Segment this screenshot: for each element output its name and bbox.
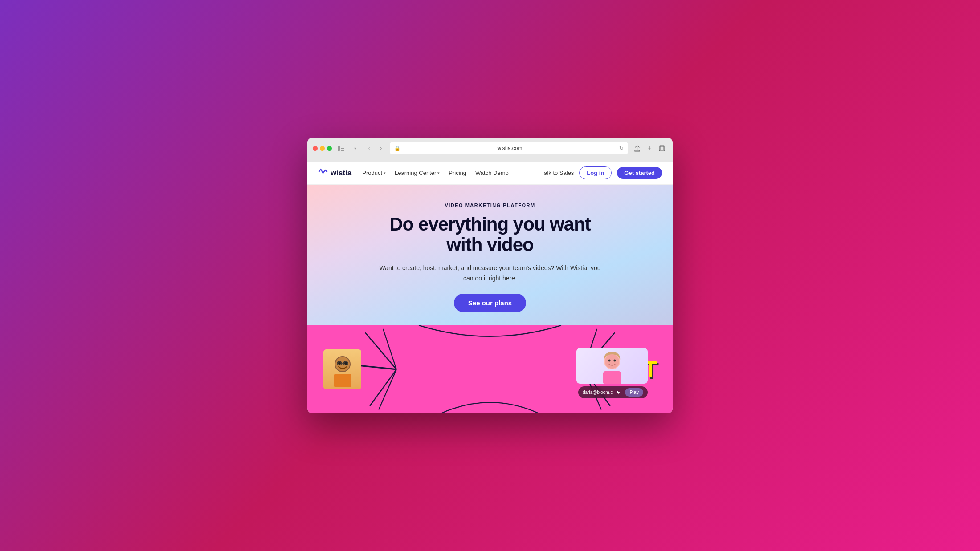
svg-point-19 [344,362,347,365]
svg-rect-28 [603,371,621,384]
get-started-button[interactable]: Get started [617,167,662,179]
chevron-down-icon[interactable]: ▾ [350,143,360,154]
logo[interactable]: wistia [318,168,351,178]
nav-product[interactable]: Product ▾ [362,170,386,176]
address-bar[interactable]: 🔒 wistia.com ↻ [390,142,628,154]
hero-subtitle: Want to create, host, market, and measur… [374,263,606,283]
logo-icon [318,168,328,178]
nav-right: Talk to Sales Log in Get started [541,166,662,179]
forward-arrow-icon[interactable]: › [376,143,386,154]
back-arrow-icon[interactable]: ‹ [364,143,375,154]
nav-watch-demo[interactable]: Watch Demo [475,170,509,176]
player-email: daria@bloom.c [583,390,612,395]
player-person-avatar [594,348,630,384]
login-button[interactable]: Log in [579,166,612,179]
nav-links: Product ▾ Learning Center ▾ Pricing Watc… [362,170,508,176]
hero-section: VIDEO MARKETING PLATFORM Do everything y… [307,185,673,325]
hero-title-line1: Do everything you want [389,214,591,235]
talk-to-sales-link[interactable]: Talk to Sales [541,170,574,176]
nav-pricing[interactable]: Pricing [449,170,466,176]
svg-rect-2 [341,148,344,149]
browser-window: ▾ ‹ › 🔒 wistia.com ↻ + [307,138,673,413]
new-tab-icon[interactable]: + [644,143,655,154]
nav-left: wistia Product ▾ Learning Center ▾ Prici… [318,168,509,178]
player-overlay: daria@bloom.c Play [576,348,648,398]
chevron-down-icon: ▾ [437,171,440,175]
minimize-button[interactable] [320,146,325,151]
chevron-down-icon: ▾ [384,171,386,175]
hero-title: Do everything you want with video [318,214,662,255]
see-plans-button[interactable]: See our plans [454,294,526,312]
svg-point-26 [608,360,611,362]
svg-rect-5 [660,146,664,150]
player-bar: daria@bloom.c Play [578,386,648,398]
player-card-inner [576,348,648,384]
video-section: DO IT [307,325,673,413]
lock-icon: 🔒 [394,146,400,151]
traffic-lights [313,146,332,151]
share-icon[interactable] [632,143,642,154]
sidebar-toggle-icon[interactable] [335,143,346,154]
svg-rect-0 [338,146,340,151]
website-content: wistia Product ▾ Learning Center ▾ Prici… [307,162,673,413]
svg-rect-3 [341,150,344,151]
reload-icon[interactable]: ↻ [619,145,624,151]
player-card [576,348,648,384]
svg-rect-23 [334,374,351,387]
nav-learning-center[interactable]: Learning Center ▾ [395,170,440,176]
person-card-left [323,349,361,389]
svg-rect-1 [341,146,344,146]
svg-point-25 [605,354,619,369]
tabs-icon[interactable] [657,143,667,154]
hero-title-line2: with video [446,234,533,255]
person-face-left [323,349,361,389]
maximize-button[interactable] [327,146,332,151]
hero-eyebrow: VIDEO MARKETING PLATFORM [318,203,662,208]
cursor-icon [616,390,621,395]
url-text: wistia.com [403,145,617,151]
svg-point-18 [338,362,341,365]
browser-chrome: ▾ ‹ › 🔒 wistia.com ↻ + [307,138,673,162]
main-nav: wistia Product ▾ Learning Center ▾ Prici… [307,162,673,185]
logo-text: wistia [331,169,351,178]
svg-point-27 [614,360,616,362]
close-button[interactable] [313,146,318,151]
play-button[interactable]: Play [625,388,643,397]
video-container: DO IT [314,332,666,406]
